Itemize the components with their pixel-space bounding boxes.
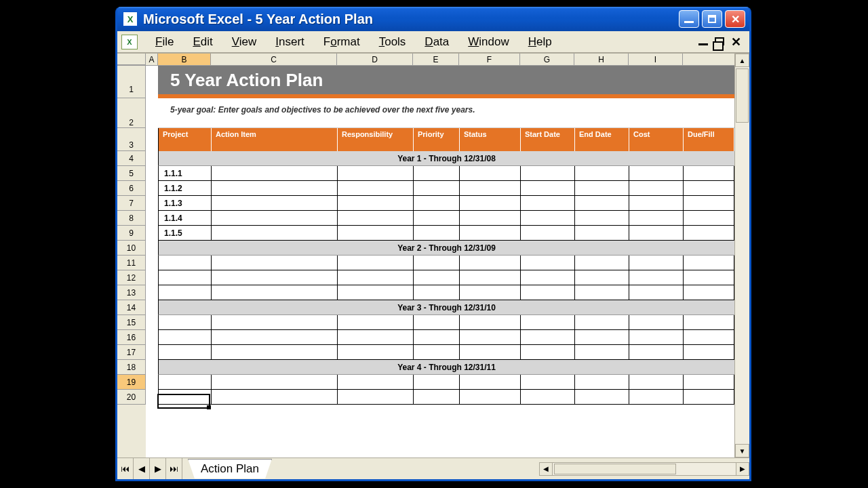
- scroll-thumb[interactable]: [736, 68, 749, 123]
- cell[interactable]: [414, 390, 460, 405]
- cell[interactable]: [414, 196, 460, 211]
- cell[interactable]: [159, 345, 212, 360]
- row-header-8[interactable]: 8: [117, 211, 146, 226]
- select-all-corner[interactable]: [117, 54, 146, 65]
- col-header-D[interactable]: D: [337, 54, 413, 65]
- sheet-tab-action-plan[interactable]: Action Plan: [188, 459, 272, 479]
- cell[interactable]: [684, 375, 734, 390]
- row-header-17[interactable]: 17: [117, 345, 146, 360]
- cell[interactable]: [629, 330, 684, 345]
- cell[interactable]: [414, 181, 460, 196]
- cell[interactable]: [414, 285, 460, 300]
- cell[interactable]: [460, 375, 521, 390]
- row-header-14[interactable]: 14: [117, 300, 146, 315]
- cell[interactable]: [629, 166, 684, 181]
- cell[interactable]: [338, 181, 414, 196]
- table-row[interactable]: [158, 315, 734, 330]
- cell[interactable]: [460, 285, 521, 300]
- cell[interactable]: [629, 196, 684, 211]
- menu-file[interactable]: File: [146, 33, 183, 51]
- vertical-scrollbar[interactable]: ▲ ▼: [734, 54, 749, 458]
- cell[interactable]: [414, 166, 460, 181]
- cell[interactable]: [212, 211, 338, 226]
- cell[interactable]: [460, 166, 521, 181]
- cell[interactable]: [414, 375, 460, 390]
- hscroll-track[interactable]: [553, 462, 736, 476]
- row-header-11[interactable]: 11: [117, 256, 146, 270]
- cell[interactable]: [521, 270, 575, 285]
- table-row[interactable]: 1.1.5: [158, 226, 734, 241]
- cell[interactable]: [338, 196, 414, 211]
- cell[interactable]: [414, 270, 460, 285]
- col-header-E[interactable]: E: [413, 54, 459, 65]
- cell[interactable]: [575, 211, 629, 226]
- cell[interactable]: [575, 256, 629, 270]
- cell[interactable]: [684, 315, 734, 330]
- menu-tools[interactable]: Tools: [370, 33, 416, 51]
- cell[interactable]: [575, 226, 629, 241]
- cell[interactable]: [575, 181, 629, 196]
- cell[interactable]: [460, 181, 521, 196]
- cell[interactable]: [159, 390, 212, 405]
- cell[interactable]: [338, 211, 414, 226]
- col-header-H[interactable]: H: [574, 54, 629, 65]
- cell[interactable]: [159, 256, 212, 270]
- cell[interactable]: [575, 375, 629, 390]
- cell[interactable]: [212, 345, 338, 360]
- row-header-2[interactable]: 2: [117, 98, 146, 128]
- cell[interactable]: [629, 390, 684, 405]
- cell[interactable]: [629, 181, 684, 196]
- col-header-C[interactable]: C: [211, 54, 337, 65]
- cell[interactable]: [460, 330, 521, 345]
- cell[interactable]: [629, 211, 684, 226]
- cell[interactable]: [684, 226, 734, 241]
- cell[interactable]: [460, 270, 521, 285]
- cell[interactable]: [684, 285, 734, 300]
- cell[interactable]: [684, 196, 734, 211]
- cell[interactable]: [212, 181, 338, 196]
- tab-nav-first[interactable]: ⏮: [117, 458, 134, 479]
- scroll-track[interactable]: [735, 67, 749, 444]
- table-row[interactable]: 1.1.4: [158, 211, 734, 226]
- tab-nav-last[interactable]: ⏭: [166, 458, 182, 479]
- cell[interactable]: [338, 226, 414, 241]
- cell[interactable]: [414, 226, 460, 241]
- cell[interactable]: [460, 226, 521, 241]
- cell[interactable]: [460, 256, 521, 270]
- cell[interactable]: [338, 166, 414, 181]
- row-header-4[interactable]: 4: [117, 151, 146, 166]
- col-header-A[interactable]: A: [146, 54, 158, 65]
- menu-insert[interactable]: Insert: [266, 33, 314, 51]
- cell[interactable]: [414, 211, 460, 226]
- mdi-restore-button[interactable]: [715, 35, 724, 49]
- cell[interactable]: [521, 256, 575, 270]
- cell[interactable]: [212, 256, 338, 270]
- menu-help[interactable]: Help: [519, 33, 561, 51]
- cell-grid[interactable]: 5 Year Action Plan 5-year goal: Enter go…: [146, 66, 734, 458]
- cell[interactable]: [684, 211, 734, 226]
- mdi-minimize-button[interactable]: [698, 35, 708, 49]
- minimize-button[interactable]: [679, 10, 699, 28]
- cell[interactable]: [212, 390, 338, 405]
- cell[interactable]: [338, 375, 414, 390]
- tab-nav-prev[interactable]: ◀: [134, 458, 150, 479]
- cell[interactable]: [575, 315, 629, 330]
- maximize-button[interactable]: [702, 10, 722, 28]
- cell[interactable]: [338, 256, 414, 270]
- cell[interactable]: [684, 390, 734, 405]
- col-header-B[interactable]: B: [158, 54, 211, 65]
- cell[interactable]: [629, 315, 684, 330]
- cell[interactable]: [575, 330, 629, 345]
- cell[interactable]: [159, 285, 212, 300]
- cell[interactable]: [212, 196, 338, 211]
- cell[interactable]: [629, 285, 684, 300]
- cell[interactable]: [338, 390, 414, 405]
- table-row[interactable]: 1.1.1: [158, 166, 734, 181]
- cell[interactable]: [212, 226, 338, 241]
- fill-handle[interactable]: [207, 405, 211, 409]
- cell[interactable]: [684, 256, 734, 270]
- cell[interactable]: [521, 181, 575, 196]
- row-header-9[interactable]: 9: [117, 226, 146, 241]
- hscroll-thumb[interactable]: [554, 464, 676, 474]
- row-header-6[interactable]: 6: [117, 181, 146, 196]
